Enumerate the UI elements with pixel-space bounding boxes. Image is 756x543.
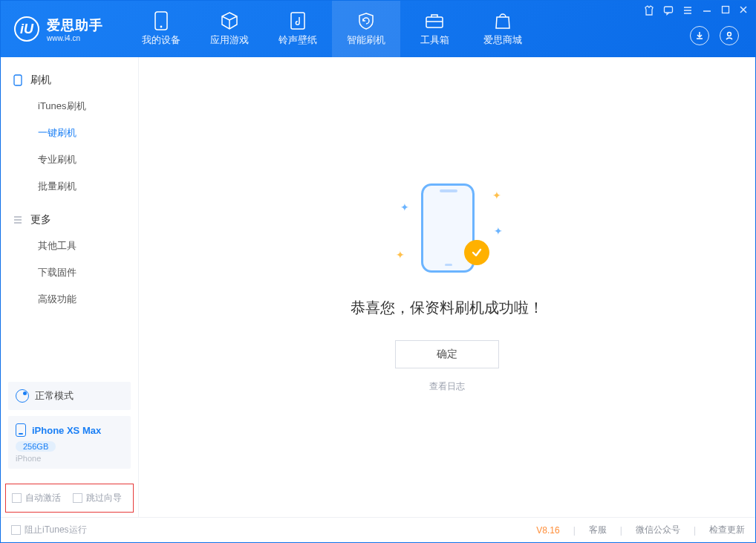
svg-point-4 <box>728 33 731 36</box>
separator: | <box>573 525 576 536</box>
download-button[interactable] <box>690 26 709 45</box>
device-name: iPhone XS Max <box>32 425 101 436</box>
app-window: iU 爱思助手 www.i4.cn 我的设备 应用游戏 <box>0 0 756 543</box>
briefcase-icon <box>425 11 444 30</box>
sidebar-item-itunes-flash[interactable]: iTunes刷机 <box>1 93 138 120</box>
sparkle-icon: ✦ <box>396 249 405 261</box>
view-log-link[interactable]: 查看日志 <box>429 380 465 393</box>
logo-text: 爱思助手 www.i4.cn <box>47 16 103 42</box>
sidebar-item-advanced[interactable]: 高级功能 <box>1 286 138 313</box>
phone-flash-icon <box>13 75 23 85</box>
success-illustration: ✦ ✦ ✦ ✦ <box>391 182 503 279</box>
refresh-shield-icon <box>356 11 376 30</box>
close-button[interactable] <box>739 5 748 18</box>
highlighted-options: 自动激活 跳过向导 <box>5 484 134 513</box>
auto-activate-label: 自动激活 <box>25 492 61 503</box>
tab-label: 应用游戏 <box>210 33 249 47</box>
tab-smart-flash[interactable]: 智能刷机 <box>332 1 400 57</box>
checkbox-icon[interactable] <box>12 493 22 503</box>
device-row[interactable]: iPhone XS Max 256GB iPhone <box>8 416 131 469</box>
tab-store[interactable]: 爱思商城 <box>469 1 537 57</box>
sparkle-icon: ✦ <box>400 201 409 213</box>
app-site: www.i4.cn <box>47 34 103 42</box>
checkbox-icon[interactable] <box>73 493 82 503</box>
music-file-icon <box>288 11 307 30</box>
app-title: 爱思助手 <box>47 16 103 34</box>
minimize-button[interactable] <box>702 5 712 18</box>
tab-label: 智能刷机 <box>347 33 385 47</box>
logo-icon: iU <box>14 16 39 42</box>
svg-rect-3 <box>426 17 443 27</box>
header: iU 爱思助手 www.i4.cn 我的设备 应用游戏 <box>1 1 755 57</box>
tab-label: 爱思商城 <box>483 33 522 47</box>
device-type: iPhone <box>16 454 123 463</box>
sidebar: 刷机 iTunes刷机 一键刷机 专业刷机 批量刷机 更多 其他工具 下载固件 … <box>1 57 139 517</box>
tab-label: 我的设备 <box>142 33 180 47</box>
body: 刷机 iTunes刷机 一键刷机 专业刷机 批量刷机 更多 其他工具 下载固件 … <box>1 57 755 517</box>
maximize-button[interactable] <box>721 5 730 18</box>
shirt-icon[interactable] <box>644 5 654 18</box>
menu-icon[interactable] <box>682 5 693 18</box>
list-icon <box>13 215 23 225</box>
main-content: ✦ ✦ ✦ ✦ 恭喜您，保资料刷机成功啦！ 确定 查看日志 <box>139 57 755 517</box>
sidebar-item-oneclick-flash[interactable]: 一键刷机 <box>1 120 138 146</box>
tab-apps-games[interactable]: 应用游戏 <box>195 1 264 57</box>
device-icon <box>151 11 171 30</box>
sidebar-scroll: 刷机 iTunes刷机 一键刷机 专业刷机 批量刷机 更多 其他工具 下载固件 … <box>1 57 138 376</box>
svg-rect-5 <box>665 7 673 13</box>
check-badge-icon <box>464 240 489 265</box>
device-title: iPhone XS Max <box>16 423 123 437</box>
mode-label: 正常模式 <box>35 389 74 403</box>
sidebar-item-pro-flash[interactable]: 专业刷机 <box>1 146 138 173</box>
sidebar-item-batch-flash[interactable]: 批量刷机 <box>1 173 138 200</box>
logo: iU 爱思助手 www.i4.cn <box>1 1 127 57</box>
result-text: 恭喜您，保资料刷机成功啦！ <box>351 298 544 318</box>
version-label: V8.16 <box>536 525 559 536</box>
user-button[interactable] <box>720 26 739 45</box>
auto-activate-option[interactable]: 自动激活 <box>12 492 61 504</box>
separator: | <box>694 525 696 536</box>
tab-my-device[interactable]: 我的设备 <box>127 1 195 57</box>
svg-rect-6 <box>723 7 729 13</box>
support-link[interactable]: 客服 <box>589 524 607 536</box>
skip-guide-label: 跳过向导 <box>86 492 122 503</box>
cube-icon <box>220 11 239 30</box>
separator: | <box>620 525 622 536</box>
feedback-icon[interactable] <box>663 5 674 18</box>
sidebar-item-other-tools[interactable]: 其他工具 <box>1 233 138 259</box>
sidebar-group-label: 更多 <box>30 213 51 227</box>
svg-rect-7 <box>14 75 22 85</box>
svg-rect-2 <box>291 13 304 29</box>
confirm-button[interactable]: 确定 <box>395 340 499 368</box>
device-capacity: 256GB <box>16 441 56 452</box>
footer: 阻止iTunes运行 V8.16 | 客服 | 微信公众号 | 检查更新 <box>1 517 755 542</box>
skip-guide-option[interactable]: 跳过向导 <box>73 492 122 504</box>
mode-row[interactable]: 正常模式 <box>8 382 131 410</box>
svg-point-1 <box>160 26 163 28</box>
mode-normal-icon <box>16 389 29 403</box>
shopping-bag-icon <box>493 11 512 30</box>
sidebar-group-label: 刷机 <box>30 74 51 87</box>
sidebar-group-more: 更多 <box>1 207 138 233</box>
sidebar-item-download-firmware[interactable]: 下载固件 <box>1 259 138 286</box>
tab-toolbox[interactable]: 工具箱 <box>400 1 469 57</box>
sidebar-bottom: 正常模式 iPhone XS Max 256GB iPhone <box>1 376 138 476</box>
sparkle-icon: ✦ <box>494 225 503 237</box>
checkbox-icon[interactable] <box>11 525 21 535</box>
top-tabs: 我的设备 应用游戏 铃声壁纸 智能刷机 <box>127 1 537 57</box>
check-update-link[interactable]: 检查更新 <box>709 524 745 536</box>
tab-ringtone-wallpaper[interactable]: 铃声壁纸 <box>264 1 332 57</box>
block-itunes-option[interactable]: 阻止iTunes运行 <box>11 524 87 536</box>
sidebar-group-flash: 刷机 <box>1 68 138 93</box>
tab-label: 工具箱 <box>420 33 449 47</box>
block-itunes-label: 阻止iTunes运行 <box>25 524 87 535</box>
wechat-link[interactable]: 微信公众号 <box>636 524 680 536</box>
sparkle-icon: ✦ <box>492 189 501 201</box>
tab-label: 铃声壁纸 <box>278 33 317 47</box>
window-controls <box>644 5 748 18</box>
device-phone-icon <box>16 423 26 437</box>
